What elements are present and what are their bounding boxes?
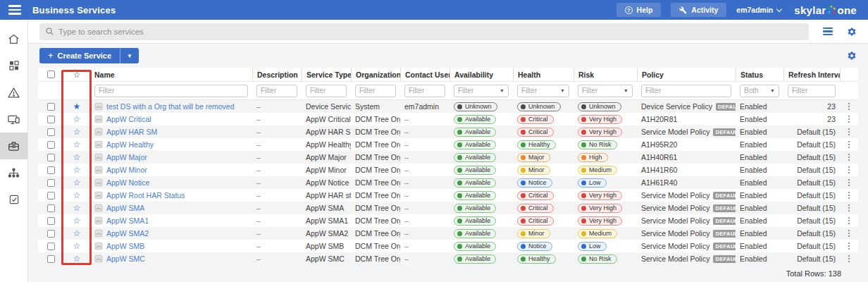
- column-header-status[interactable]: Status: [736, 68, 783, 81]
- row-checkbox[interactable]: [47, 103, 55, 111]
- favorite-star-icon[interactable]: ☆: [73, 128, 81, 136]
- row-checkbox[interactable]: [47, 154, 55, 161]
- row-actions-kebab-icon[interactable]: [844, 128, 854, 136]
- row-checkbox[interactable]: [47, 217, 55, 225]
- sidebar-item-devices[interactable]: [0, 106, 27, 133]
- row-checkbox[interactable]: [47, 116, 55, 123]
- column-header-risk[interactable]: Risk: [574, 68, 637, 81]
- favorite-star-icon[interactable]: ☆: [73, 191, 81, 200]
- filter-input-refresh-interval[interactable]: [788, 85, 836, 97]
- service-name-link[interactable]: AppW Critical: [106, 115, 151, 123]
- favorite-star-icon[interactable]: ☆: [73, 255, 81, 263]
- service-type-cell: AppW Major: [302, 151, 351, 164]
- row-checkbox[interactable]: [47, 166, 55, 174]
- sidebar-item-home[interactable]: [0, 25, 27, 52]
- row-checkbox[interactable]: [47, 141, 55, 149]
- favorite-star-icon[interactable]: ☆: [73, 153, 81, 161]
- row-checkbox[interactable]: [47, 243, 55, 250]
- select-all-checkbox[interactable]: [47, 70, 55, 78]
- row-checkbox[interactable]: [47, 230, 55, 238]
- filter-input-policy[interactable]: [641, 85, 731, 97]
- search-services-input[interactable]: [58, 27, 803, 36]
- filter-select-risk[interactable]: Filter▼: [578, 85, 633, 97]
- policy-cell: A1H20R81: [637, 113, 736, 125]
- list-view-icon[interactable]: [823, 27, 833, 36]
- service-name-link[interactable]: AppW Healthy: [106, 140, 154, 149]
- row-checkbox[interactable]: [47, 128, 55, 136]
- table-settings-gear-icon[interactable]: [847, 51, 857, 61]
- sidebar-item-dashboards[interactable]: [0, 52, 27, 79]
- row-actions-kebab-icon[interactable]: [844, 217, 854, 225]
- refresh-interval-cell: Default (15): [783, 227, 840, 240]
- row-actions-kebab-icon[interactable]: [844, 255, 854, 263]
- service-name-link[interactable]: AppW HAR SM: [106, 128, 157, 136]
- filter-input-description[interactable]: [256, 85, 297, 97]
- row-checkbox[interactable]: [47, 204, 55, 212]
- sidebar-item-maps[interactable]: [0, 159, 27, 186]
- service-name-link[interactable]: AppW SMB: [106, 242, 144, 250]
- sidebar-item-events[interactable]: [0, 79, 27, 106]
- row-actions-kebab-icon[interactable]: [844, 116, 854, 123]
- filter-input-organization[interactable]: [355, 85, 396, 97]
- row-checkbox[interactable]: [47, 192, 55, 200]
- favorite-star-icon[interactable]: ☆: [73, 216, 81, 225]
- search-box[interactable]: [39, 23, 809, 40]
- row-actions-kebab-icon[interactable]: [844, 204, 854, 212]
- filter-input-name[interactable]: [94, 85, 248, 97]
- service-name-link[interactable]: AppW Major: [106, 153, 147, 161]
- service-name-link[interactable]: AppW SMA: [106, 204, 144, 212]
- row-actions-kebab-icon[interactable]: [844, 179, 854, 187]
- row-actions-kebab-icon[interactable]: [844, 192, 854, 200]
- menu-icon[interactable]: [8, 5, 21, 15]
- help-button[interactable]: ? Help: [616, 3, 662, 17]
- column-header-contact-user[interactable]: Contact User: [400, 68, 450, 81]
- service-name-link[interactable]: AppW Minor: [106, 166, 147, 174]
- favorite-star-icon[interactable]: ☆: [73, 178, 81, 187]
- favorite-star-icon[interactable]: ☆: [73, 166, 81, 174]
- row-actions-kebab-icon[interactable]: [844, 243, 854, 250]
- search-settings-gear-icon[interactable]: [847, 27, 857, 37]
- column-header-policy[interactable]: Policy: [637, 68, 736, 81]
- favorite-star-icon[interactable]: ☆: [73, 229, 81, 238]
- health-badge: Unknown: [517, 102, 561, 111]
- favorite-star-icon[interactable]: ☆: [73, 242, 81, 250]
- row-checkbox[interactable]: [47, 179, 55, 187]
- favorite-column-header-icon[interactable]: ☆: [73, 70, 81, 79]
- favorite-star-icon[interactable]: ★: [73, 102, 81, 111]
- sidebar-item-business-services[interactable]: [0, 133, 27, 159]
- column-header-health[interactable]: Health: [513, 68, 574, 81]
- filter-input-contact-user[interactable]: [404, 85, 445, 97]
- filter-select-status[interactable]: Both▼: [740, 85, 779, 97]
- row-actions-kebab-icon[interactable]: [844, 154, 854, 161]
- sidebar-item-tasks[interactable]: [0, 186, 27, 213]
- column-header-availability[interactable]: Availability: [450, 68, 513, 81]
- favorite-star-icon[interactable]: ☆: [73, 204, 81, 212]
- column-header-name[interactable]: Name: [90, 68, 252, 81]
- create-service-dropdown-button[interactable]: ▼: [120, 48, 139, 63]
- row-actions-kebab-icon[interactable]: [844, 166, 854, 174]
- filter-select-health[interactable]: Filter▼: [517, 85, 569, 97]
- service-name-link[interactable]: AppW Root HAR Status: [106, 191, 185, 200]
- column-header-service-type[interactable]: Service Type: [302, 68, 351, 81]
- row-actions-kebab-icon[interactable]: [844, 103, 854, 111]
- service-name-link[interactable]: AppW SMA1: [106, 216, 149, 225]
- favorite-star-icon[interactable]: ☆: [73, 140, 81, 149]
- column-header-description[interactable]: Description: [252, 68, 302, 81]
- column-header-organization[interactable]: Organization: [351, 68, 400, 81]
- activity-button[interactable]: Activity: [671, 3, 726, 17]
- column-header-refresh-interval[interactable]: Refresh Interval: [783, 68, 840, 81]
- refresh-interval-cell: Default (15): [783, 151, 840, 164]
- row-checkbox[interactable]: [47, 255, 55, 263]
- favorite-star-icon[interactable]: ☆: [73, 115, 81, 123]
- service-name-link[interactable]: test DS with a Org that will be removed: [106, 102, 235, 111]
- create-service-button[interactable]: + Create Service: [39, 48, 120, 63]
- availability-badge: Available: [454, 255, 496, 264]
- user-menu[interactable]: em7admin: [736, 6, 781, 14]
- service-name-link[interactable]: AppW SMC: [106, 255, 145, 263]
- filter-select-availability[interactable]: Filter▼: [454, 85, 509, 97]
- row-actions-kebab-icon[interactable]: [844, 141, 854, 149]
- service-name-link[interactable]: AppW SMA2: [106, 229, 149, 238]
- filter-input-service-type[interactable]: [306, 85, 347, 97]
- row-actions-kebab-icon[interactable]: [844, 230, 854, 238]
- service-name-link[interactable]: AppW Notice: [106, 178, 149, 187]
